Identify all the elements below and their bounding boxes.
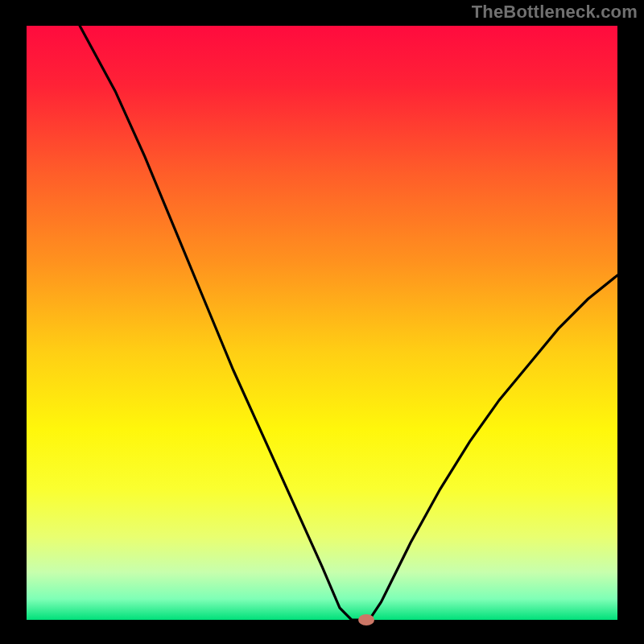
bottleneck-chart — [0, 0, 644, 644]
attribution-text: TheBottleneck.com — [472, 2, 638, 23]
chart-frame: TheBottleneck.com — [0, 0, 644, 644]
min-marker — [358, 614, 374, 625]
plot-background — [27, 26, 617, 620]
